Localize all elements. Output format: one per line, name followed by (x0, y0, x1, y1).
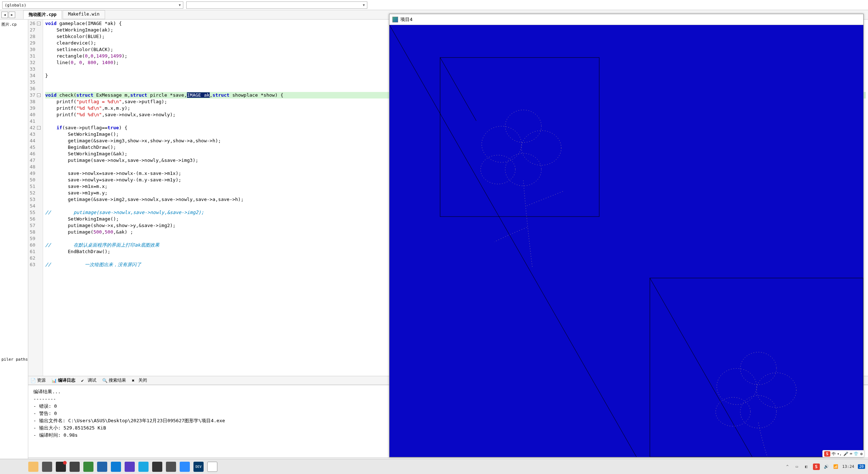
taskbar-app-icon[interactable] (83, 462, 93, 472)
left-bottom-label: piler paths (1, 357, 28, 362)
taskbar-app-icon[interactable] (152, 462, 162, 472)
svg-line-1 (440, 58, 476, 121)
svg-point-11 (740, 352, 776, 385)
svg-point-5 (482, 126, 522, 163)
nav-forward-button[interactable]: ► (9, 12, 15, 18)
scope-dropdown[interactable]: (globals) ▼ (2, 1, 183, 9)
tab-debug[interactable]: ✔ 调试 (81, 377, 96, 383)
taskbar-app-icon[interactable] (28, 462, 38, 472)
chevron-down-icon: ▼ (363, 3, 365, 7)
svg-point-6 (505, 110, 542, 143)
taskbar-app-icon[interactable] (166, 462, 176, 472)
taskbar-app-icon[interactable] (111, 462, 121, 472)
tray-icon[interactable]: ◧ (804, 464, 809, 470)
tray-battery-icon[interactable]: ▭ (794, 464, 800, 470)
clock[interactable]: 13:24 (842, 464, 854, 469)
log-icon: 📊 (51, 378, 57, 383)
app-icon (392, 17, 398, 22)
svg-rect-3 (650, 278, 863, 457)
search-icon: 🔍 (102, 378, 107, 383)
svg-point-10 (717, 368, 757, 404)
editor-tabs: 拖动图片.cpp Makefile.win (23, 10, 106, 19)
debug-icon: ✔ (81, 378, 86, 383)
symbol-dropdown-bar: (globals) ▼ ▼ (0, 0, 868, 10)
scope-value: (globals) (5, 3, 26, 8)
taskbar-app-icon[interactable] (70, 462, 80, 472)
symbol-dropdown[interactable]: ▼ (186, 1, 367, 9)
resource-icon: 📄 (30, 378, 36, 383)
tab-close[interactable]: ✖ 关闭 (132, 377, 147, 383)
taskbar-app-icon[interactable] (97, 462, 107, 472)
taskbar-app-icon[interactable] (125, 462, 135, 472)
system-tray: ^ ▭ ◧ S 🔊 📶 13:24 20 (785, 463, 865, 470)
svg-point-9 (481, 155, 516, 184)
taskbar-app-icon[interactable] (138, 462, 149, 472)
notification-badge[interactable]: 20 (858, 464, 865, 469)
app-title: 项目4 (400, 16, 413, 23)
tray-wifi-icon[interactable]: 📶 (833, 464, 839, 470)
app-titlebar[interactable]: 项目4 (389, 14, 863, 25)
tray-chevron-icon[interactable]: ^ (785, 464, 790, 470)
taskbar-devcpp-icon[interactable]: DEV (193, 462, 204, 472)
taskbar-app-icon[interactable] (180, 462, 190, 472)
app-canvas (389, 25, 863, 457)
taskbar-icons: DEV (3, 462, 217, 472)
close-icon: ✖ (132, 378, 137, 383)
svg-line-0 (389, 25, 637, 457)
chevron-down-icon: ▼ (179, 3, 181, 7)
svg-point-14 (716, 397, 751, 426)
project-file-item[interactable]: 图片.cp (1, 21, 26, 28)
svg-point-7 (521, 131, 561, 165)
tab-makefile[interactable]: Makefile.win (63, 10, 105, 19)
taskbar-app-icon[interactable] (42, 462, 52, 472)
taskbar: DEV ^ ▭ ◧ S 🔊 📶 13:24 20 (0, 459, 868, 474)
svg-point-12 (756, 373, 796, 407)
tray-volume-icon[interactable]: 🔊 (823, 464, 829, 470)
ime-badge[interactable]: S (813, 463, 820, 470)
svg-line-4 (650, 278, 752, 457)
ime-toolbar[interactable]: S 中 •, 🎤 ⌨ 👕 ⚙ (822, 450, 864, 457)
tab-search-result[interactable]: 🔍 搜索结果 (102, 377, 126, 383)
line-number-gutter: 26−2728293031323334353637−3839404142−434… (28, 20, 43, 376)
tab-resource[interactable]: 📄 资源 (30, 377, 46, 383)
taskbar-running-app-icon[interactable] (207, 462, 217, 472)
taskbar-app-icon[interactable] (56, 462, 66, 472)
nav-back-button[interactable]: ◄ (1, 12, 8, 18)
tab-compile-log[interactable]: 📊 编译日志 (51, 377, 75, 383)
project-panel: 图片.cp piler paths (0, 20, 28, 474)
tab-active-file[interactable]: 拖动图片.cpp (23, 10, 62, 19)
app-output-window[interactable]: 项目4 (389, 14, 864, 457)
